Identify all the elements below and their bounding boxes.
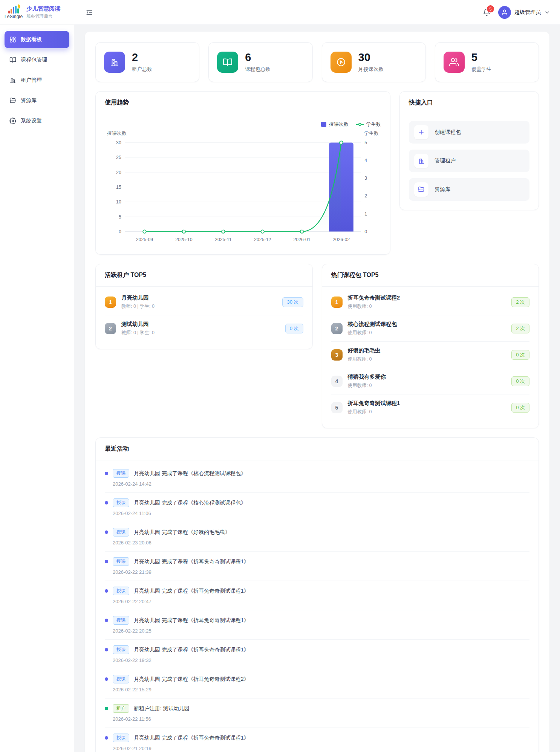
usage-count-badge: 0 次 [511,403,529,413]
logo-wordmark: LeSingle [5,14,23,19]
legend-line-swatch [356,124,364,125]
activity-item: 授课月亮幼儿园 完成了课程《折耳兔奇奇测试课程1》 2026-02-22 19:… [105,640,529,669]
sidebar-collapse-button[interactable] [86,9,93,16]
activity-item: 授课月亮幼儿园 完成了课程《核心流程测试课程包》 2026-02-24 14:4… [105,463,529,493]
activity-time: 2026-02-24 14:42 [113,481,529,487]
activity-item: 授课月亮幼儿园 完成了课程《折耳兔奇奇测试课程1》 2026-02-21 20:… [105,728,529,752]
app-title: 少儿智慧阅读 [26,5,60,12]
legend-item-students[interactable]: 学生数 [356,121,381,128]
usage-count-badge: 0 次 [511,376,529,386]
package-meta: 使用教师: 0 [348,303,400,310]
svg-text:2026-02: 2026-02 [333,237,350,242]
svg-text:2025-10: 2025-10 [175,237,192,242]
svg-text:0: 0 [364,229,367,234]
package-meta: 使用教师: 0 [348,356,381,362]
rank-badge: 1 [331,297,343,308]
sidebar-item-dashboard[interactable]: 数据看板 [5,31,69,48]
content: 2 租户总数 6 课程包总数 [74,25,560,752]
svg-text:4: 4 [364,158,367,163]
activity-type-badge: 授课 [113,528,129,536]
stat-value: 6 [245,52,271,63]
stat-card-students: 5 覆盖学生 [435,42,539,82]
quick-entry-manage-tenants[interactable]: 管理租户 [409,150,529,172]
package-meta: 使用教师: 0 [348,409,400,415]
legend-item-lessons[interactable]: 授课次数 [321,121,349,128]
users-icon [444,52,465,73]
dashboard-page: LeSingle 少儿智慧阅读 服务管理后台 数据看板 课程包管理 租户管理 [0,0,560,752]
usage-trend-chart: 0510152025300123452025-092025-102025-112… [105,138,381,245]
left-axis-label: 授课次数 [107,130,127,137]
dashboard-container: 2 租户总数 6 课程包总数 [85,32,549,752]
sidebar-item-tenants[interactable]: 租户管理 [5,72,69,89]
package-meta: 使用教师: 0 [348,382,386,389]
legend-label: 授课次数 [329,121,349,128]
book-icon [9,57,16,63]
activity-time: 2026-02-21 20:19 [113,746,529,751]
gear-icon [9,118,16,124]
tenant-list-item: 2 测试幼儿园 教师: 0 | 学生: 0 0 次 [105,315,303,341]
activity-text: 新租户注册: 测试幼儿园 [134,705,190,712]
quick-entry-label: 资源库 [435,186,450,193]
sidebar-item-label: 数据看板 [21,36,42,43]
dashboard-icon [9,36,16,43]
svg-text:2: 2 [364,193,367,199]
menu-fold-icon [86,9,93,16]
legend-label: 学生数 [366,121,381,128]
tenant-list-item: 1 月亮幼儿园 教师: 0 | 学生: 0 30 次 [105,289,303,315]
svg-text:3: 3 [364,176,367,181]
quick-entry-resources[interactable]: 资源库 [409,178,529,201]
package-name: 核心流程测试课程包 [348,321,397,328]
card-title: 使用趋势 [96,92,390,114]
svg-text:2025-12: 2025-12 [254,237,271,242]
notifications-button[interactable]: 5 [483,8,491,16]
activity-type-badge: 授课 [113,734,129,742]
stats-row: 2 租户总数 6 课程包总数 [95,42,539,82]
tenant-meta: 教师: 0 | 学生: 0 [121,330,155,336]
activity-dot [105,501,108,504]
sidebar: LeSingle 少儿智慧阅读 服务管理后台 数据看板 课程包管理 租户管理 [0,0,74,752]
package-list-item: 1 折耳兔奇奇测试课程2 使用教师: 0 2 次 [331,289,530,315]
stat-label: 月授课次数 [358,66,384,73]
stat-value: 2 [132,52,152,63]
usage-count-badge: 0 次 [511,350,529,360]
activity-dot [105,560,108,563]
rank-badge: 4 [331,376,343,387]
card-title: 活跃租户 TOP5 [96,264,312,287]
svg-text:2026-01: 2026-01 [293,237,310,242]
activity-time: 2026-02-22 20:47 [113,599,529,604]
stat-value: 30 [358,52,384,63]
user-name: 超级管理员 [514,9,541,16]
user-menu[interactable]: 超级管理员 [498,6,550,19]
stat-label: 课程包总数 [245,66,271,73]
package-list-item: 3 好饿的毛毛虫 使用教师: 0 0 次 [331,342,530,368]
rank-badge: 1 [105,297,116,308]
activity-text: 月亮幼儿园 完成了课程《好饿的毛毛虫》 [134,529,230,536]
package-name: 折耳兔奇奇测试课程1 [348,400,400,407]
sidebar-item-label: 系统设置 [21,118,42,124]
rank-badge: 3 [331,349,343,361]
svg-text:20: 20 [116,170,121,175]
activity-time: 2026-02-24 11:06 [113,511,529,516]
package-list-item: 4 猜猜我有多爱你 使用教师: 0 0 次 [331,368,530,394]
svg-text:5: 5 [364,140,367,145]
sidebar-item-settings[interactable]: 系统设置 [5,112,69,130]
stat-label: 覆盖学生 [471,66,492,73]
sidebar-item-resources[interactable]: 资源库 [5,92,69,109]
user-icon [501,9,508,16]
card-title: 热门课程包 TOP5 [322,264,539,287]
topbar: 5 超级管理员 [74,0,560,25]
usage-count-badge: 30 次 [282,297,303,307]
activity-type-badge: 授课 [113,587,129,595]
tenant-name: 测试幼儿园 [121,321,155,328]
svg-text:1: 1 [364,211,367,217]
activity-dot [105,707,108,710]
sidebar-item-course-packages[interactable]: 课程包管理 [5,51,69,69]
activity-time: 2026-02-23 20:06 [113,540,529,546]
activity-time: 2026-02-22 15:29 [113,687,529,692]
activity-item: 授课月亮幼儿园 完成了课程《折耳兔奇奇测试课程2》 2026-02-22 15:… [105,669,529,699]
quick-entry-create-package[interactable]: 创建课程包 [409,121,529,144]
quick-entry-label: 创建课程包 [435,129,461,136]
activity-item: 租户新租户注册: 测试幼儿园 2026-02-22 11:56 [105,699,529,728]
quick-entry-label: 管理租户 [435,157,456,164]
package-meta: 使用教师: 0 [348,330,397,336]
